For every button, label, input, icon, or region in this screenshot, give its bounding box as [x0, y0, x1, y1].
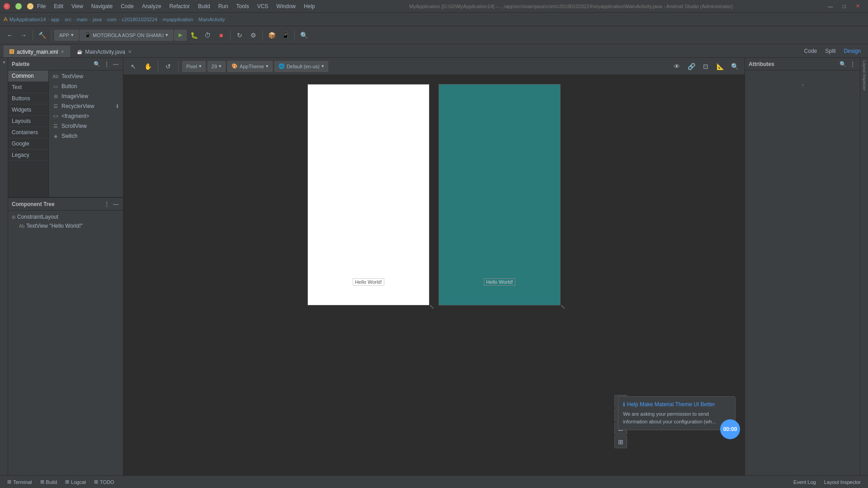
light-device-preview[interactable]: Hello World!	[307, 84, 429, 305]
attributes-search-btn[interactable]: 🔍	[839, 60, 847, 68]
todo-tab[interactable]: ⊞ TODO	[90, 478, 118, 486]
menu-tools[interactable]: Tools	[233, 2, 253, 10]
palette-item-textview[interactable]: Ab TextView	[49, 71, 123, 81]
locale-selector[interactable]: 🌐 Default (en-us) ▾	[274, 61, 328, 72]
cursor-tool-btn[interactable]: ↖	[127, 60, 140, 73]
category-widgets[interactable]: Widgets	[8, 104, 48, 116]
device-selector[interactable]: 📱 MOTOROLA AOSP ON SHAMU ▾	[80, 30, 173, 41]
category-layouts[interactable]: Layouts	[8, 116, 48, 127]
search-everywhere-btn[interactable]: 🔍	[297, 29, 310, 42]
app-selector[interactable]: APP ▾	[54, 30, 79, 41]
breadcrumb-myapp[interactable]: myapplication	[163, 17, 193, 22]
align-btn[interactable]: ⊡	[699, 60, 712, 73]
logcat-tab[interactable]: ⊞ Logcat	[61, 478, 90, 486]
tab-close-java[interactable]: ✕	[128, 49, 132, 54]
constraint-btn[interactable]: 🔗	[685, 60, 698, 73]
back-btn[interactable]: ←	[4, 29, 16, 42]
breadcrumb-java[interactable]: java	[93, 17, 102, 22]
rotate-btn[interactable]: ↺	[162, 60, 175, 73]
palette-item-scrollview[interactable]: ☰ ScrollView	[49, 121, 123, 131]
resize-handle-light[interactable]: ⤡	[429, 304, 434, 310]
breadcrumb-mainactivity[interactable]: MainActivity	[198, 17, 225, 22]
project-sidebar-toggle[interactable]: ▲	[1, 60, 7, 66]
tab-main-activity-java[interactable]: ☕ MainActivity.java ✕	[71, 46, 137, 57]
attributes-more-btn[interactable]: ⋮	[849, 60, 856, 68]
theme-selector[interactable]: 🎨 AppTheme ▾	[227, 61, 273, 72]
breadcrumb-app-module[interactable]: app	[51, 17, 59, 22]
stop-button[interactable]: ■	[215, 29, 227, 42]
event-log-btn[interactable]: Event Log	[790, 479, 820, 486]
forward-btn[interactable]: →	[17, 29, 30, 42]
tree-item-textview[interactable]: Ab TextView "Hello World!"	[8, 221, 123, 230]
profile-button[interactable]: ⏱	[201, 29, 214, 42]
maximize-button[interactable]: □	[15, 3, 22, 9]
palette-search-btn[interactable]: 🔍	[93, 60, 101, 68]
avd-manager-btn[interactable]: 📱	[279, 29, 292, 42]
palette-item-switch[interactable]: ◈ Switch	[49, 131, 123, 141]
menu-file[interactable]: File	[33, 2, 49, 10]
menu-build[interactable]: Build	[194, 2, 214, 10]
menu-edit[interactable]: Edit	[50, 2, 67, 10]
code-view-tab[interactable]: Code	[801, 47, 821, 55]
breadcrumb-src[interactable]: src	[65, 17, 71, 22]
resize-handle-dark[interactable]: ⤡	[561, 304, 565, 310]
eye-dropper-btn[interactable]: 👁	[670, 60, 683, 73]
category-text[interactable]: Text	[8, 82, 48, 93]
palette-more-btn[interactable]: ⋮	[103, 60, 110, 68]
category-common[interactable]: Common	[8, 70, 48, 82]
layout-inspector-toggle[interactable]: Layout Inspector	[861, 60, 868, 92]
tree-item-constraintlayout[interactable]: ⊞ ConstraintLayout	[8, 212, 123, 221]
breadcrumb-main[interactable]: main	[76, 17, 87, 22]
debug-button[interactable]: 🐛	[188, 29, 200, 42]
guidelines-btn[interactable]: 📐	[714, 60, 726, 73]
breadcrumb-app[interactable]: MyApplication14	[9, 17, 46, 22]
terminal-tab[interactable]: ⊞ Terminal	[4, 478, 36, 486]
menu-window[interactable]: Window	[273, 2, 299, 10]
category-containers[interactable]: Containers	[8, 127, 48, 138]
menu-view[interactable]: View	[68, 2, 87, 10]
build-tab[interactable]: ⊞ Build	[37, 478, 61, 486]
close-button[interactable]: ✕	[4, 3, 10, 9]
api-selector[interactable]: 29 ▾	[208, 61, 226, 72]
zoom-btn[interactable]: 🔍	[728, 60, 741, 73]
menu-navigate[interactable]: Navigate	[88, 2, 116, 10]
dark-device-preview[interactable]: Hello World!	[439, 84, 561, 305]
palette-item-imageview[interactable]: ⊞ ImageView	[49, 91, 123, 101]
panning-tool-btn[interactable]: ✋	[142, 60, 154, 73]
breadcrumb-package[interactable]: c201801020224	[122, 17, 157, 22]
breadcrumb-com[interactable]: com	[107, 17, 117, 22]
settings-button[interactable]: ⚙	[247, 29, 259, 42]
zoom-actual-btn[interactable]: ⊞	[614, 436, 627, 448]
sdk-manager-btn[interactable]: 📦	[265, 29, 278, 42]
category-google[interactable]: Google	[8, 138, 48, 150]
menu-run[interactable]: Run	[215, 2, 232, 10]
minimize-button[interactable]: —	[27, 3, 33, 9]
win-close-btn[interactable]: ✕	[851, 0, 864, 13]
layout-inspector-btn[interactable]: Layout Inspector	[821, 479, 864, 486]
win-maximize-btn[interactable]: □	[838, 0, 850, 13]
category-legacy[interactable]: Legacy	[8, 150, 48, 161]
menu-help[interactable]: Help	[300, 2, 319, 10]
tab-activity-main-xml[interactable]: 🅰 activity_main.xml ✕	[4, 46, 70, 57]
sync-button[interactable]: ↻	[233, 29, 246, 42]
palette-item-recyclerview[interactable]: ☰ RecyclerView ⬇	[49, 101, 123, 111]
win-minimize-btn[interactable]: —	[823, 0, 837, 13]
menu-analyze[interactable]: Analyze	[138, 2, 165, 10]
category-buttons[interactable]: Buttons	[8, 93, 48, 104]
menu-vcs[interactable]: VCS	[254, 2, 272, 10]
tree-more-btn[interactable]: ⋮	[103, 200, 110, 208]
palette-item-fragment[interactable]: <> <fragment>	[49, 111, 123, 121]
menu-refactor[interactable]: Refactor	[166, 2, 193, 10]
design-view-tab[interactable]: Design	[840, 47, 864, 55]
run-button[interactable]: ▶	[174, 30, 187, 41]
menu-code[interactable]: Code	[117, 2, 137, 10]
recyclerview-download-icon[interactable]: ⬇	[115, 103, 119, 109]
split-view-tab[interactable]: Split	[821, 47, 839, 55]
build-btn[interactable]: 🔨	[36, 29, 48, 42]
palette-minimize-btn[interactable]: —	[112, 60, 119, 68]
tab-close-xml[interactable]: ✕	[61, 49, 64, 54]
tree-minimize-btn[interactable]: —	[112, 200, 119, 208]
pixel-selector[interactable]: Pixel ▾	[182, 61, 206, 72]
palette-item-button[interactable]: ▭ Button	[49, 81, 123, 91]
timer-badge[interactable]: 00:00	[720, 419, 740, 439]
